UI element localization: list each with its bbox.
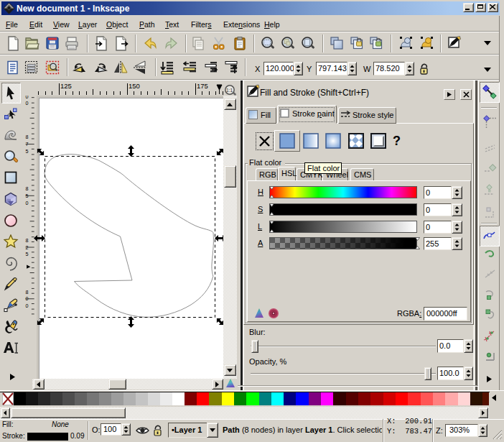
svg-text:8: 8 <box>26 238 29 244</box>
svg-text:7: 7 <box>26 142 29 147</box>
svg-text:5: 5 <box>26 193 29 199</box>
svg-text:5: 5 <box>26 252 29 257</box>
svg-text:0: 0 <box>26 96 29 100</box>
svg-text:0: 0 <box>26 296 29 302</box>
svg-text:0: 0 <box>26 303 29 309</box>
svg-text:150: 150 <box>129 82 140 90</box>
svg-text:0: 0 <box>26 101 29 106</box>
svg-text:2: 2 <box>26 245 29 251</box>
svg-text:8: 8 <box>26 186 29 192</box>
svg-text:1:1: 1:1 <box>226 88 233 93</box>
svg-text:125: 125 <box>60 82 72 90</box>
svg-text:0: 0 <box>26 201 29 206</box>
svg-text:8: 8 <box>26 134 29 140</box>
svg-text:175: 175 <box>197 82 208 90</box>
svg-text:8: 8 <box>26 290 29 295</box>
svg-text:5: 5 <box>26 149 29 155</box>
